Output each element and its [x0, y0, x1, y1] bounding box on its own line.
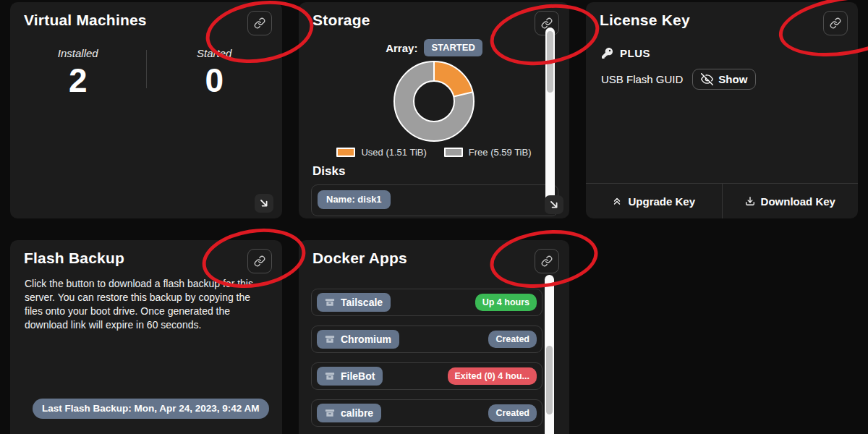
- docker-app-row[interactable]: Tailscale Up 4 hours: [311, 289, 542, 316]
- show-guid-button[interactable]: Show: [692, 69, 756, 90]
- container-box-icon: [325, 297, 335, 307]
- resize-arrow-icon: [549, 200, 559, 210]
- donut-legend: Used (1.51 TiB) Free (5.59 TiB): [299, 147, 569, 158]
- link-icon: [254, 255, 265, 267]
- license-footer: Upgrade Key Download Key: [586, 183, 858, 218]
- guid-row: USB Flash GUID Show: [601, 69, 858, 90]
- card-virtual-machines: Virtual Machines Installed 2 Started 0: [10, 2, 282, 218]
- docker-app-row[interactable]: calibre Created: [311, 399, 542, 427]
- docker-link-button[interactable]: [535, 249, 559, 273]
- free-swatch: [444, 148, 463, 157]
- flash-backup-description: Click the button to download a flash bac…: [25, 277, 259, 332]
- upgrade-key-label: Upgrade Key: [628, 195, 695, 208]
- upgrade-key-button[interactable]: Upgrade Key: [612, 195, 695, 208]
- container-box-icon: [325, 334, 335, 344]
- docker-app-pill[interactable]: Tailscale: [317, 293, 391, 312]
- docker-scrollbar-thumb[interactable]: [546, 346, 553, 414]
- array-status-row: Array: STARTED: [299, 39, 569, 56]
- download-key-label: Download Key: [761, 195, 835, 208]
- used-swatch: [336, 148, 355, 157]
- key-icon: [602, 48, 613, 59]
- download-key-button[interactable]: Download Key: [745, 195, 835, 208]
- array-label: Array:: [386, 42, 417, 54]
- docker-status-badge: Exited (0) 4 hou...: [448, 367, 537, 385]
- guid-label: USB Flash GUID: [601, 73, 683, 85]
- docker-status-badge: Created: [488, 331, 537, 348]
- storage-scrollbar[interactable]: [545, 27, 555, 210]
- docker-apps-list: Tailscale Up 4 hours Chromium Created: [311, 289, 542, 434]
- license-link-button[interactable]: [823, 11, 848, 35]
- flash-card-header: Flash Backup: [10, 240, 282, 273]
- unraid-dashboard: Virtual Machines Installed 2 Started 0: [0, 0, 868, 434]
- docker-app-pill[interactable]: calibre: [317, 404, 381, 422]
- flash-link-button[interactable]: [247, 249, 272, 273]
- license-card-title: License Key: [600, 11, 690, 30]
- card-docker-apps: Docker Apps Tailscale Up 4 hours: [299, 240, 569, 434]
- legend-item-used: Used (1.51 TiB): [336, 147, 426, 158]
- link-icon: [830, 17, 841, 29]
- storage-resize-handle[interactable]: [545, 195, 563, 214]
- card-storage: Storage Array: STARTED: [299, 2, 569, 218]
- vm-link-button[interactable]: [247, 11, 272, 35]
- docker-status-badge: Up 4 hours: [475, 294, 537, 311]
- show-button-label: Show: [718, 73, 747, 85]
- vm-installed-value: 2: [10, 62, 146, 98]
- vm-resize-handle[interactable]: [255, 194, 273, 213]
- container-box-icon: [325, 371, 335, 381]
- card-license-key: License Key PLUS USB Flash GUID Show: [586, 2, 858, 218]
- docker-app-name: calibre: [341, 407, 373, 419]
- resize-arrow-icon: [259, 198, 269, 208]
- card-flash-backup: Flash Backup Click the button to downloa…: [10, 240, 282, 434]
- vm-stats: Installed 2 Started 0: [10, 47, 282, 98]
- vm-started-label: Started: [147, 47, 283, 59]
- docker-scrollbar[interactable]: [545, 275, 554, 434]
- license-type-row: PLUS: [602, 47, 858, 59]
- docker-app-name: FileBot: [341, 370, 375, 382]
- docker-app-row[interactable]: Chromium Created: [311, 326, 542, 353]
- array-status-badge: STARTED: [424, 39, 482, 56]
- link-icon: [254, 17, 265, 29]
- vm-card-header: Virtual Machines: [10, 2, 282, 35]
- storage-card-header: Storage: [299, 2, 569, 35]
- license-card-header: License Key: [586, 2, 858, 35]
- flash-card-title: Flash Backup: [24, 249, 124, 268]
- docker-app-name: Tailscale: [341, 297, 383, 308]
- storage-donut-chart: [393, 61, 475, 142]
- eye-slash-icon: [701, 73, 713, 85]
- used-label: Used (1.51 TiB): [361, 147, 426, 158]
- docker-card-header: Docker Apps: [299, 240, 569, 273]
- download-key-cell: Download Key: [722, 184, 859, 218]
- link-icon: [541, 255, 553, 267]
- disk-name-badge: Name: disk1: [318, 190, 391, 209]
- docker-app-name: Chromium: [341, 333, 391, 345]
- docker-app-pill[interactable]: Chromium: [317, 330, 399, 349]
- free-label: Free (5.59 TiB): [469, 147, 532, 158]
- disk-row[interactable]: Name: disk1: [311, 184, 558, 216]
- docker-app-pill[interactable]: FileBot: [317, 367, 383, 386]
- storage-card-title: Storage: [312, 11, 370, 30]
- disks-heading: Disks: [312, 164, 569, 179]
- download-icon: [745, 196, 755, 206]
- vm-installed-stat: Installed 2: [10, 47, 146, 98]
- docker-status-badge: Created: [488, 404, 537, 422]
- vm-started-stat: Started 0: [147, 47, 283, 98]
- legend-item-free: Free (5.59 TiB): [444, 147, 532, 158]
- vm-installed-label: Installed: [10, 47, 146, 59]
- docker-app-row[interactable]: FileBot Exited (0) 4 hou...: [311, 362, 542, 390]
- container-box-icon: [325, 408, 335, 418]
- vm-card-title: Virtual Machines: [24, 11, 147, 30]
- angles-up-icon: [612, 196, 622, 206]
- last-flash-backup-badge: Last Flash Backup: Mon, Apr 24, 2023, 9:…: [33, 399, 269, 419]
- vm-started-value: 0: [147, 62, 283, 98]
- upgrade-key-cell: Upgrade Key: [586, 184, 722, 218]
- license-type-label: PLUS: [620, 47, 650, 59]
- storage-scrollbar-thumb[interactable]: [547, 31, 553, 93]
- docker-card-title: Docker Apps: [312, 249, 407, 268]
